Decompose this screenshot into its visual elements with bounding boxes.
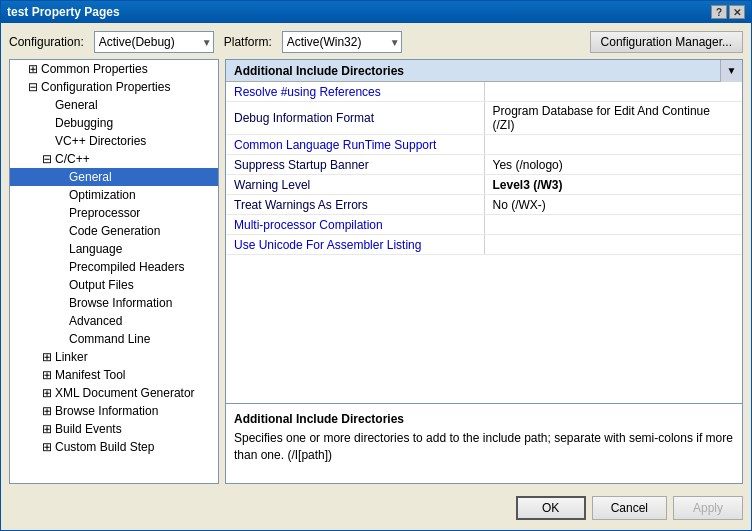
top-bar: Configuration: Active(Debug) Debug Relea… <box>9 31 743 53</box>
prop-value <box>485 135 743 154</box>
tree-item-cpp-preprocessor[interactable]: · Preprocessor <box>10 204 218 222</box>
help-button[interactable]: ? <box>711 5 727 19</box>
platform-label: Platform: <box>224 35 272 49</box>
tree-item-debugging[interactable]: · Debugging <box>10 114 218 132</box>
expand-icon: ⊞ <box>40 368 54 382</box>
config-dropdown[interactable]: Active(Debug) Debug Release <box>94 31 214 53</box>
props-header-row: Additional Include Directories ▼ <box>226 60 742 82</box>
table-row[interactable]: Treat Warnings As Errors No (/WX-) <box>226 195 742 215</box>
prop-name: Warning Level <box>226 175 485 194</box>
main-panel: ⊞ Common Properties ⊟ Configuration Prop… <box>9 59 743 484</box>
expand-icon: ⊞ <box>40 386 54 400</box>
expand-icon: ⊟ <box>40 152 54 166</box>
desc-text: Specifies one or more directories to add… <box>234 430 734 464</box>
expand-icon: ⊞ <box>40 440 54 454</box>
tree-item-general[interactable]: · General <box>10 96 218 114</box>
tree-item-configuration-properties[interactable]: ⊟ Configuration Properties <box>10 78 218 96</box>
tree-item-cpp-optimization[interactable]: · Optimization <box>10 186 218 204</box>
prop-name: Suppress Startup Banner <box>226 155 485 174</box>
main-window: test Property Pages ? ✕ Configuration: A… <box>0 0 752 531</box>
prop-name: Use Unicode For Assembler Listing <box>226 235 485 254</box>
tree-item-cpp-output[interactable]: · Output Files <box>10 276 218 294</box>
apply-button[interactable]: Apply <box>673 496 743 520</box>
tree-item-cpp-general[interactable]: · General <box>10 168 218 186</box>
description-panel: Additional Include Directories Specifies… <box>225 404 743 484</box>
title-bar-buttons: ? ✕ <box>711 5 745 19</box>
prop-value <box>485 215 743 234</box>
tree-item-linker[interactable]: ⊞ Linker <box>10 348 218 366</box>
prop-value: Level3 (/W3) <box>485 175 743 194</box>
table-row[interactable]: Resolve #using References <box>226 82 742 102</box>
table-row[interactable]: Debug Information Format Program Databas… <box>226 102 742 135</box>
table-row[interactable]: Warning Level Level3 (/W3) <box>226 175 742 195</box>
ok-button[interactable]: OK <box>516 496 586 520</box>
tree-item-cpp-language[interactable]: · Language <box>10 240 218 258</box>
header-dropdown-button[interactable]: ▼ <box>720 60 742 82</box>
cancel-button[interactable]: Cancel <box>592 496 667 520</box>
expand-icon: ⊞ <box>40 404 54 418</box>
tree-item-cpp-precompiled[interactable]: · Precompiled Headers <box>10 258 218 276</box>
prop-name: Treat Warnings As Errors <box>226 195 485 214</box>
prop-name: Resolve #using References <box>226 82 485 101</box>
tree-item-custom-build[interactable]: ⊞ Custom Build Step <box>10 438 218 456</box>
tree-item-cpp-browse[interactable]: · Browse Information <box>10 294 218 312</box>
expand-icon: ⊞ <box>40 350 54 364</box>
window-title: test Property Pages <box>7 5 120 19</box>
table-row[interactable]: Use Unicode For Assembler Listing <box>226 235 742 255</box>
config-manager-button[interactable]: Configuration Manager... <box>590 31 743 53</box>
tree-item-common-properties[interactable]: ⊞ Common Properties <box>10 60 218 78</box>
config-dropdown-wrapper: Active(Debug) Debug Release ▼ <box>94 31 214 53</box>
bottom-buttons: OK Cancel Apply <box>9 490 743 522</box>
prop-value <box>485 235 743 254</box>
table-row[interactable]: Suppress Startup Banner Yes (/nologo) <box>226 155 742 175</box>
prop-value: Program Database for Edit And Continue (… <box>485 102 743 134</box>
right-panel: Additional Include Directories ▼ Resolve… <box>225 59 743 484</box>
platform-dropdown-wrapper: Active(Win32) Win32 x64 ▼ <box>282 31 402 53</box>
close-button[interactable]: ✕ <box>729 5 745 19</box>
prop-name: Common Language RunTime Support <box>226 135 485 154</box>
prop-value: No (/WX-) <box>485 195 743 214</box>
tree-item-cpp-cmdline[interactable]: · Command Line <box>10 330 218 348</box>
expand-icon: ⊟ <box>26 80 40 94</box>
platform-dropdown[interactable]: Active(Win32) Win32 x64 <box>282 31 402 53</box>
desc-title: Additional Include Directories <box>234 412 734 426</box>
title-bar: test Property Pages ? ✕ <box>1 1 751 23</box>
tree-item-browse-info[interactable]: ⊞ Browse Information <box>10 402 218 420</box>
table-row[interactable]: Common Language RunTime Support <box>226 135 742 155</box>
tree-item-manifest[interactable]: ⊞ Manifest Tool <box>10 366 218 384</box>
content-area: Configuration: Active(Debug) Debug Relea… <box>1 23 751 530</box>
expand-icon: ⊞ <box>40 422 54 436</box>
prop-value: Yes (/nologo) <box>485 155 743 174</box>
tree-item-cpp[interactable]: ⊟ C/C++ <box>10 150 218 168</box>
prop-value <box>485 82 743 101</box>
config-label: Configuration: <box>9 35 84 49</box>
tree-item-xml-doc[interactable]: ⊞ XML Document Generator <box>10 384 218 402</box>
table-row[interactable]: Multi-processor Compilation <box>226 215 742 235</box>
properties-table: Additional Include Directories ▼ Resolve… <box>225 59 743 404</box>
tree-item-build-events[interactable]: ⊞ Build Events <box>10 420 218 438</box>
tree-panel: ⊞ Common Properties ⊟ Configuration Prop… <box>9 59 219 484</box>
tree-item-cpp-advanced[interactable]: · Advanced <box>10 312 218 330</box>
tree-item-vc-directories[interactable]: · VC++ Directories <box>10 132 218 150</box>
props-header-name: Additional Include Directories <box>226 62 720 80</box>
prop-name: Debug Information Format <box>226 102 485 134</box>
expand-icon: ⊞ <box>26 62 40 76</box>
tree-item-cpp-code-generation[interactable]: · Code Generation <box>10 222 218 240</box>
prop-name: Multi-processor Compilation <box>226 215 485 234</box>
